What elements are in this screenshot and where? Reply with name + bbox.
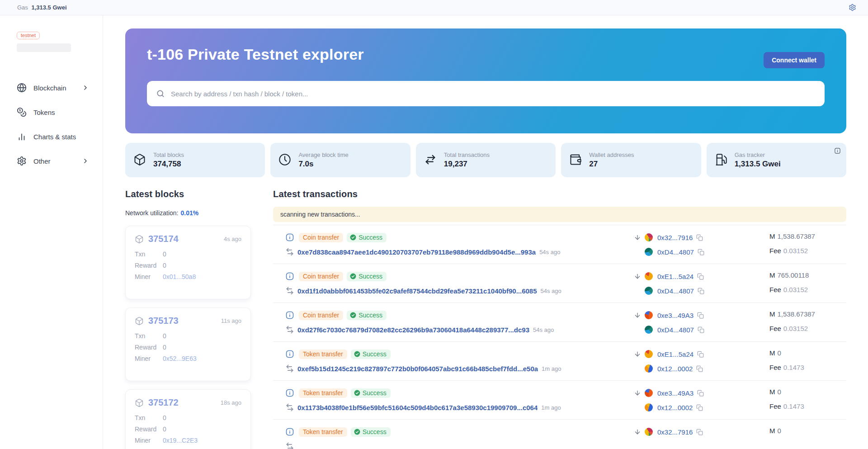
tx-info-icon[interactable]: [285, 388, 294, 397]
to-address-link[interactable]: 0x12...0002: [657, 404, 693, 411]
copy-icon[interactable]: [697, 390, 704, 397]
search-input[interactable]: [171, 90, 816, 98]
sidebar-item-tokens[interactable]: Tokens: [17, 100, 103, 124]
swap-icon: [285, 247, 294, 256]
to-address-link[interactable]: 0x12...0002: [657, 365, 693, 373]
bar-chart-icon: [17, 132, 27, 142]
tx-info-icon[interactable]: [285, 427, 294, 436]
transfer-arrows-icon: [424, 153, 438, 167]
sidebar-item-label: Charts & stats: [33, 133, 89, 141]
txn-count: 0: [163, 414, 166, 421]
gas-tracker-link[interactable]: Gas 1,313.5 Gwei: [17, 4, 67, 11]
copy-icon[interactable]: [696, 404, 703, 411]
tx-status-badge: Success: [351, 388, 391, 398]
tx-info-icon[interactable]: [285, 272, 294, 281]
blockscout-explorer-app: Gas 1,313.5 Gwei testnet Blockchain: [0, 0, 868, 449]
tx-type-badge: Coin transfer: [299, 233, 343, 242]
value-label: M: [769, 427, 775, 435]
cube-icon: [133, 153, 147, 167]
txn-label: Txn: [135, 414, 163, 421]
tx-hash-link[interactable]: 0xef5b15d1245c219c827897c772b0b0f064057a…: [297, 365, 538, 373]
copy-icon[interactable]: [697, 351, 704, 358]
connect-wallet-button[interactable]: Connect wallet: [764, 52, 825, 68]
tx-fee: 0.03152: [783, 286, 808, 293]
tx-hash-link[interactable]: 0xd27f6c7030c76879d7082e82cc26296b9a7306…: [297, 326, 529, 334]
latest-transactions-section: Latest transactions scanning new transac…: [273, 189, 846, 449]
search-bar[interactable]: [147, 81, 825, 106]
copy-icon[interactable]: [698, 288, 704, 294]
cube-icon: [135, 317, 144, 326]
sidebar-item-label: Other: [33, 157, 82, 165]
to-avatar: [645, 326, 653, 334]
check-circle-icon: [350, 312, 356, 318]
tx-info-icon[interactable]: [285, 311, 294, 320]
tx-age: 1m ago: [542, 365, 561, 372]
search-icon: [156, 89, 165, 98]
stat-value: 19,237: [444, 160, 490, 169]
to-address-link[interactable]: 0xD4...4807: [657, 287, 694, 295]
scanning-text: scanning new transactions...: [280, 211, 360, 218]
tx-status-text: Success: [359, 273, 382, 280]
sidebar: testnet Blockchain Tokens: [0, 15, 103, 449]
stat-label: Wallet addresses: [589, 151, 634, 158]
block-number-link[interactable]: 375172: [148, 397, 221, 408]
reward-label: Reward: [135, 425, 163, 433]
fee-label: Fee: [769, 325, 781, 332]
miner-address-link[interactable]: 0x52...9E63: [163, 355, 197, 362]
miner-address-link[interactable]: 0x01...50a8: [163, 273, 196, 280]
sidebar-item-other[interactable]: Other: [17, 149, 103, 173]
stat-value: 374,758: [153, 160, 184, 169]
settings-gear-icon[interactable]: [849, 4, 856, 11]
tx-age: 54s ago: [541, 288, 561, 294]
check-circle-icon: [354, 351, 360, 357]
tx-hash-link[interactable]: 0xe7d838caa8947aee1dc490120703707eb79118…: [297, 248, 536, 256]
tx-type-badge: Token transfer: [299, 388, 347, 398]
info-icon[interactable]: [834, 147, 841, 154]
stat-card-total-blocks: Total blocks 374,758: [125, 143, 265, 177]
copy-icon[interactable]: [697, 312, 704, 319]
arrow-down-icon: [634, 428, 641, 435]
block-number-link[interactable]: 375173: [148, 316, 221, 326]
copy-icon[interactable]: [698, 249, 704, 255]
sidebar-item-blockchain[interactable]: Blockchain: [17, 76, 103, 100]
miner-address-link[interactable]: 0x19...C2E3: [163, 437, 198, 444]
tx-hash-link[interactable]: 0x1173b4038f0e1bf56e59bfc51604c509d4b0c6…: [297, 404, 538, 411]
stat-card-average-block-time: Average block time 7.0s: [270, 143, 410, 177]
tx-info-icon[interactable]: [285, 233, 294, 242]
copy-icon[interactable]: [696, 234, 703, 241]
block-number-link[interactable]: 375174: [148, 234, 224, 244]
tx-fee: 0.1473: [783, 364, 804, 371]
from-address-link[interactable]: 0xe3...49A3: [657, 389, 693, 397]
copy-icon[interactable]: [698, 326, 704, 333]
from-address-link[interactable]: 0xE1...5a24: [657, 273, 693, 280]
to-address-link[interactable]: 0xD4...4807: [657, 248, 694, 256]
tx-hash-link[interactable]: 0xd1f1d0abbbf061453b5fe02c9afef87544cbd2…: [297, 287, 537, 295]
tx-status-text: Success: [359, 234, 382, 241]
globe-icon: [17, 83, 27, 93]
tx-info-icon[interactable]: [285, 350, 294, 359]
chevron-right-icon: [82, 84, 89, 91]
copy-icon[interactable]: [696, 365, 703, 372]
stat-label: Total transactions: [444, 151, 490, 158]
copy-icon[interactable]: [697, 273, 704, 280]
from-address-link[interactable]: 0x32...7916: [657, 234, 693, 241]
to-address-link[interactable]: 0xD4...4807: [657, 326, 694, 334]
network-utilization: Network utilization:0.01%: [125, 209, 251, 217]
sidebar-item-charts-stats[interactable]: Charts & stats: [17, 124, 103, 149]
value-label: M: [769, 310, 775, 318]
reward-value: 0: [163, 262, 166, 269]
stat-value: 27: [589, 160, 634, 169]
from-address-link[interactable]: 0xE1...5a24: [657, 350, 693, 358]
from-address-link[interactable]: 0xe3...49A3: [657, 312, 693, 319]
reward-value: 0: [163, 344, 166, 351]
stat-card-gas-tracker: Gas tracker 1,313.5 Gwei: [707, 143, 846, 177]
copy-icon[interactable]: [696, 429, 703, 435]
main-content: t-106 Private Testnet explorer Connect w…: [103, 15, 868, 449]
from-avatar: [645, 428, 653, 436]
latest-transactions-heading: Latest transactions: [273, 189, 846, 199]
check-circle-icon: [350, 234, 356, 241]
value-label: M: [769, 271, 775, 279]
arrow-down-icon: [634, 312, 641, 319]
to-avatar: [645, 248, 653, 256]
from-address-link[interactable]: 0x32...7916: [657, 428, 693, 436]
